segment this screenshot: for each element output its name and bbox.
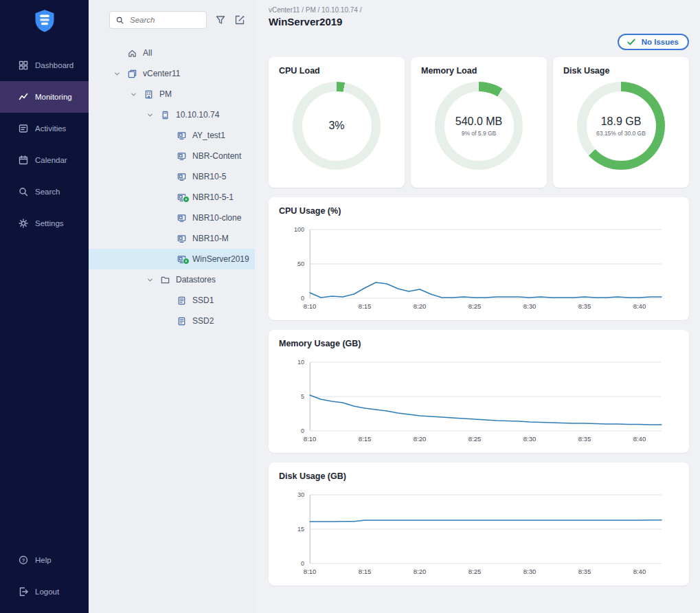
gauge-value: 3% (328, 120, 344, 132)
chevron-down-icon[interactable] (126, 91, 141, 98)
svg-text:8:15: 8:15 (359, 435, 372, 443)
vm-icon (174, 151, 189, 161)
filter-icon[interactable] (215, 14, 226, 25)
chart-card-cpu-usage: CPU Usage (%)0501008:108:158:208:258:308… (269, 197, 689, 320)
tree-item-label: NBR10-5-1 (192, 192, 234, 202)
edit-view-icon[interactable] (234, 14, 245, 25)
tree-item-all[interactable]: All (89, 43, 255, 63)
gauge-donut: 3% (293, 82, 381, 170)
sidebar-menu: DashboardMonitoringActivitiesCalendarSea… (0, 49, 89, 239)
svg-text:10: 10 (297, 359, 304, 366)
svg-text:8:10: 8:10 (304, 302, 317, 310)
svg-text:8:40: 8:40 (633, 302, 646, 310)
search-box[interactable] (109, 11, 207, 29)
tree-item-vcenter11[interactable]: vCenter11 (89, 63, 255, 84)
gauge-cards-row: CPU Load3%Memory Load540.0 MB9% of 5.9 G… (269, 57, 689, 188)
chart-title: CPU Usage (%) (279, 206, 679, 216)
building-icon (141, 89, 156, 100)
sidebar-item-label: Calendar (35, 156, 67, 164)
gauge-value: 540.0 MB (455, 115, 502, 128)
tree-item-nbr10-clone[interactable]: NBR10-clone (89, 208, 255, 228)
dashboard-icon (18, 60, 29, 71)
search-input[interactable] (128, 15, 201, 25)
chevron-down-icon[interactable] (142, 111, 157, 119)
tree-item-winserver2019[interactable]: WinServer2019 (89, 249, 255, 269)
svg-text:8:20: 8:20 (414, 435, 427, 443)
gauge-value: 18.9 GB (601, 115, 642, 128)
sidebar-item-label: Logout (35, 588, 59, 596)
gauge-title: Disk Usage (563, 66, 679, 76)
tree-item-ay-test1[interactable]: AY_test1 (89, 125, 255, 146)
tree-item-label: SSD2 (192, 316, 214, 326)
gauge-title: CPU Load (279, 66, 394, 76)
gauge-card-cpu-load: CPU Load3% (269, 57, 405, 188)
tree-item-ssd1[interactable]: SSD1 (89, 290, 255, 311)
vm-icon (174, 213, 189, 223)
sidebar-item-search[interactable]: Search (0, 176, 89, 208)
sidebar-bottom-menu: ?HelpLogout (0, 544, 89, 613)
tree-item-label: PM (159, 89, 172, 99)
folder-icon (157, 275, 172, 285)
svg-text:8:35: 8:35 (578, 568, 591, 575)
svg-text:50: 50 (297, 260, 304, 267)
sidebar-item-label: Help (35, 556, 52, 564)
shield-logo-icon (32, 8, 57, 36)
gauge-subtitle: 9% of 5.9 GB (462, 130, 497, 137)
tree-item-label: vCenter11 (143, 69, 180, 78)
sidebar-item-calendar[interactable]: Calendar (0, 144, 89, 176)
monitoring-icon (18, 91, 29, 102)
no-issues-button[interactable]: No Issues (618, 34, 689, 50)
help-icon: ? (18, 555, 29, 566)
svg-text:8:20: 8:20 (414, 568, 427, 575)
svg-text:15: 15 (297, 526, 304, 533)
tree-item-10-10-10-74[interactable]: 10.10.10.74 (89, 104, 255, 125)
vcenter-icon (124, 69, 139, 79)
tree-item-nbr10-5-1[interactable]: NBR10-5-1 (89, 187, 255, 208)
svg-text:5: 5 (301, 393, 304, 400)
tree-item-nbr10-m[interactable]: NBR10-M (89, 228, 255, 249)
logout-icon (18, 586, 29, 597)
chevron-down-icon[interactable] (142, 276, 157, 284)
main-content: vCenter11 / PM / 10.10.10.74 / WinServer… (259, 0, 700, 613)
line-chart: 015308:108:158:208:258:308:358:40 (279, 487, 679, 581)
tree-item-label: WinServer2019 (192, 254, 249, 264)
svg-text:8:30: 8:30 (523, 302, 537, 310)
tree-item-label: SSD1 (192, 296, 214, 305)
svg-text:100: 100 (294, 226, 304, 233)
svg-text:8:15: 8:15 (359, 568, 372, 575)
tree-item-nbr-content[interactable]: NBR-Content (89, 146, 255, 166)
tree-item-label: NBR-Content (192, 151, 241, 161)
calendar-icon (18, 155, 29, 166)
charts-section: CPU Usage (%)0501008:108:158:208:258:308… (269, 197, 689, 586)
svg-text:8:10: 8:10 (304, 435, 317, 443)
tree-item-ssd2[interactable]: SSD2 (89, 311, 255, 331)
svg-text:?: ? (22, 557, 25, 564)
tree-item-label: Datastores (176, 275, 216, 285)
activities-icon (18, 123, 29, 134)
svg-text:8:30: 8:30 (523, 435, 537, 443)
sidebar-item-logout[interactable]: Logout (0, 576, 89, 608)
app-logo (0, 0, 89, 49)
sidebar-item-help[interactable]: ?Help (0, 544, 89, 576)
sidebar-item-monitoring[interactable]: Monitoring (0, 81, 89, 113)
gauge-donut: 18.9 GB63.15% of 30.0 GB (577, 82, 665, 170)
inventory-panel: AllvCenter11PM10.10.10.74AY_test1NBR-Con… (89, 0, 259, 613)
tree-item-pm[interactable]: PM (89, 84, 255, 104)
sidebar-item-label: Monitoring (35, 93, 72, 101)
sidebar-item-settings[interactable]: Settings (0, 208, 89, 239)
tree-item-datastores[interactable]: Datastores (89, 269, 255, 290)
running-badge-icon (183, 258, 190, 265)
gauge-card-disk-usage: Disk Usage18.9 GB63.15% of 30.0 GB (553, 57, 689, 188)
sidebar-item-activities[interactable]: Activities (0, 113, 89, 144)
gauge-donut: 540.0 MB9% of 5.9 GB (435, 82, 523, 170)
tree-item-nbr10-5[interactable]: NBR10-5 (89, 166, 255, 187)
svg-text:0: 0 (301, 295, 304, 302)
svg-text:8:40: 8:40 (633, 568, 646, 575)
breadcrumb[interactable]: vCenter11 / PM / 10.10.10.74 / (269, 6, 689, 14)
page-title: WinServer2019 (269, 16, 689, 27)
sidebar-item-dashboard[interactable]: Dashboard (0, 49, 89, 81)
tree-item-label: All (143, 48, 152, 58)
line-chart: 05108:108:158:208:258:308:358:40 (279, 354, 679, 449)
chevron-down-icon[interactable] (109, 70, 124, 78)
sidebar-item-label: Search (35, 188, 60, 196)
